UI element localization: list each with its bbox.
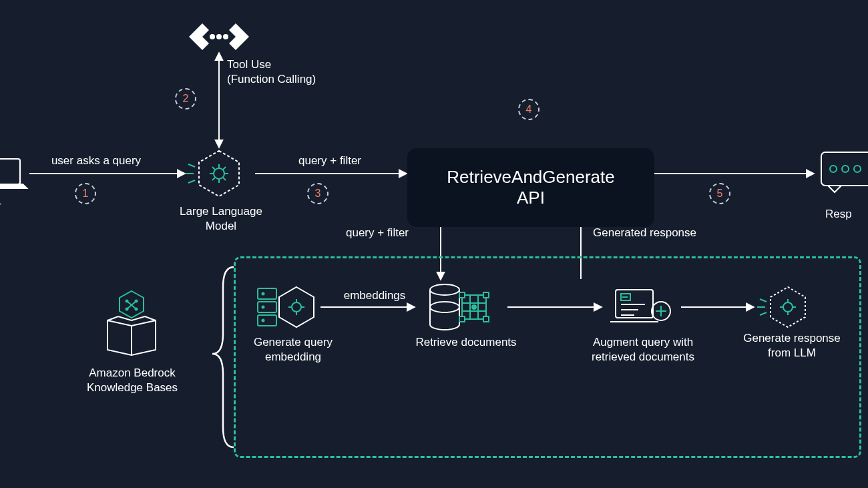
- label-augment: Augment query with retrieved documents: [573, 335, 713, 364]
- svg-line-14: [188, 164, 195, 167]
- svg-point-2: [216, 34, 222, 39]
- svg-point-18: [830, 166, 837, 172]
- svg-marker-4: [199, 151, 239, 196]
- label-kb: Amazon Bedrock Knowledge Bases: [79, 366, 186, 395]
- step-5-badge: 5: [709, 183, 730, 204]
- api-box: RetrieveAndGenerate API: [407, 148, 654, 227]
- label-query-filter-top: query + filter: [276, 154, 383, 168]
- svg-line-28: [127, 301, 136, 309]
- step-1-badge: 1: [75, 183, 96, 204]
- step-4-badge: 4: [518, 99, 539, 120]
- svg-point-1: [210, 34, 215, 39]
- svg-point-24: [135, 300, 138, 303]
- svg-line-10: [212, 167, 215, 170]
- label-gen-response: Generate response from LLM: [732, 331, 852, 360]
- svg-rect-17: [821, 152, 868, 186]
- label-query-filter-down: query + filter: [346, 226, 453, 240]
- kb-book-icon: [107, 291, 156, 355]
- label-user-suffix: r: [0, 199, 17, 214]
- svg-line-11: [223, 178, 226, 180]
- label-embeddings: embeddings: [331, 288, 418, 303]
- code-brackets-icon: [189, 23, 249, 50]
- label-gen-embedding: Generate query embedding: [236, 335, 350, 364]
- label-llm: Large Language Model: [171, 204, 271, 234]
- svg-line-12: [212, 178, 215, 180]
- svg-point-23: [126, 300, 129, 303]
- llm-gear-icon: [186, 151, 239, 196]
- api-label: RetrieveAndGenerate API: [447, 167, 614, 208]
- label-response-prefix: Resp: [825, 207, 868, 222]
- label-user-query: user asks a query: [36, 154, 156, 168]
- svg-point-3: [223, 34, 228, 39]
- svg-rect-0: [0, 159, 20, 184]
- svg-line-13: [223, 167, 226, 170]
- svg-line-16: [188, 180, 195, 183]
- label-generated-response: Generated response: [593, 226, 740, 240]
- svg-marker-22: [120, 291, 144, 318]
- svg-point-26: [135, 308, 138, 311]
- label-tool-use: Tool Use (Function Calling): [227, 57, 347, 87]
- svg-point-19: [842, 166, 849, 172]
- brace-icon: [212, 267, 234, 447]
- svg-point-20: [854, 166, 861, 172]
- laptop-icon: [0, 159, 27, 188]
- svg-point-5: [214, 168, 224, 179]
- svg-point-25: [126, 308, 129, 311]
- step-3-badge: 3: [307, 183, 329, 204]
- label-retrieve-docs: Retrieve documents: [399, 335, 533, 350]
- svg-line-27: [127, 301, 136, 309]
- step-2-badge: 2: [175, 88, 196, 109]
- chat-response-icon: [821, 152, 868, 192]
